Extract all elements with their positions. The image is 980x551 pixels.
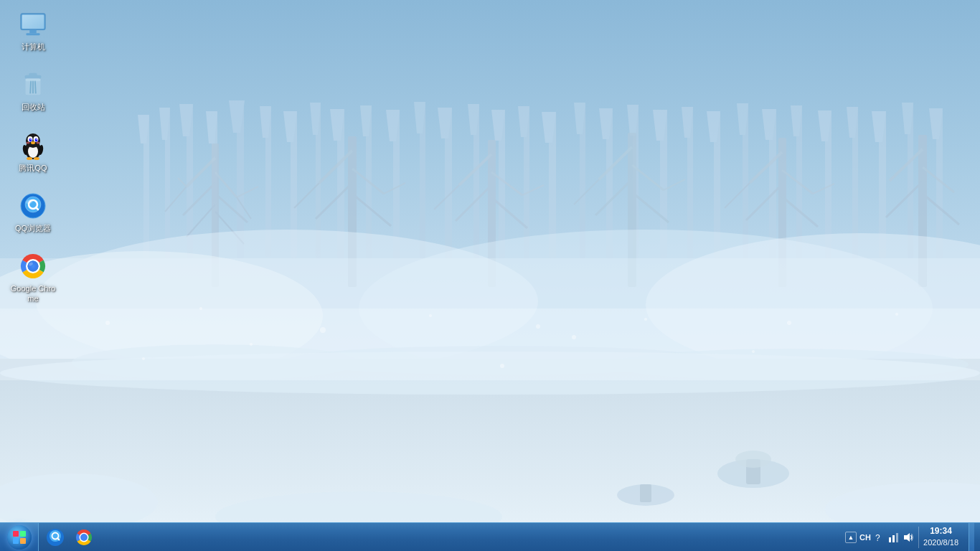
- svg-point-129: [429, 314, 432, 317]
- svg-point-159: [36, 138, 37, 140]
- svg-rect-145: [29, 73, 37, 77]
- recycle-bin-label: 回收站: [22, 102, 45, 112]
- clock-time: 19:34: [930, 525, 952, 537]
- svg-point-131: [644, 318, 647, 321]
- svg-point-164: [34, 157, 39, 160]
- svg-point-126: [105, 321, 110, 325]
- qq-browser-label: QQ浏览器: [15, 223, 51, 233]
- svg-point-137: [500, 364, 504, 368]
- svg-point-134: [250, 343, 253, 346]
- desktop-icons: 计算机 回收站: [7, 7, 59, 307]
- tray-expand-button[interactable]: ▲: [845, 532, 857, 543]
- desktop-icon-qq[interactable]: 腾讯QQ: [7, 128, 59, 176]
- desktop-icon-chrome[interactable]: Google Chrome: [7, 249, 59, 307]
- svg-text:?: ?: [875, 533, 880, 543]
- svg-marker-194: [904, 533, 910, 542]
- svg-point-130: [536, 324, 540, 329]
- svg-point-162: [37, 141, 40, 143]
- desktop: 计算机 回收站: [0, 0, 980, 551]
- svg-point-128: [320, 327, 326, 333]
- svg-point-133: [895, 313, 898, 316]
- svg-point-136: [142, 357, 145, 360]
- tray-icons: ▲ CH ?: [841, 527, 919, 548]
- clock[interactable]: 19:34 2020/8/18: [923, 525, 958, 548]
- start-orb: [7, 525, 32, 550]
- svg-rect-150: [26, 79, 41, 82]
- desktop-icon-computer[interactable]: 计算机: [7, 7, 59, 55]
- taskbar-qq-browser[interactable]: [42, 525, 69, 550]
- svg-rect-192: [892, 535, 895, 542]
- qq-browser-icon: [19, 192, 47, 220]
- svg-point-188: [80, 534, 88, 541]
- svg-point-135: [572, 335, 576, 339]
- svg-point-161: [27, 141, 30, 143]
- svg-point-156: [29, 138, 32, 141]
- svg-line-149: [35, 81, 36, 94]
- svg-line-147: [30, 81, 31, 94]
- svg-point-158: [30, 138, 32, 140]
- qq-icon: [19, 131, 47, 160]
- svg-rect-143: [27, 33, 40, 35]
- tray-volume-icon[interactable]: [903, 532, 914, 543]
- svg-rect-179: [20, 531, 26, 537]
- show-desktop-button[interactable]: [969, 523, 974, 552]
- svg-rect-121: [640, 484, 651, 502]
- computer-icon: [19, 10, 47, 39]
- desktop-icon-qq-browser[interactable]: QQ浏览器: [7, 189, 59, 236]
- qq-label: 腾讯QQ: [19, 163, 47, 173]
- desktop-icon-recycle-bin[interactable]: 回收站: [7, 67, 59, 115]
- svg-point-138: [752, 350, 755, 353]
- svg-point-127: [199, 307, 202, 310]
- svg-point-157: [35, 138, 38, 141]
- computer-icon-label: 计算机: [22, 42, 45, 52]
- svg-rect-125: [0, 309, 980, 380]
- tray-help-icon[interactable]: ?: [874, 532, 885, 543]
- svg-rect-181: [20, 538, 26, 544]
- svg-point-132: [787, 321, 791, 325]
- taskbar-chrome[interactable]: [70, 525, 98, 550]
- svg-rect-191: [889, 537, 891, 542]
- svg-rect-141: [22, 15, 44, 29]
- svg-point-160: [31, 141, 35, 144]
- system-tray: ▲ CH ?: [841, 523, 980, 552]
- svg-rect-142: [29, 30, 37, 34]
- taskbar: ▲ CH ?: [0, 522, 980, 551]
- chrome-icon: [19, 252, 47, 281]
- svg-point-163: [27, 157, 32, 160]
- start-button[interactable]: [0, 523, 39, 552]
- tray-network-icon[interactable]: [888, 532, 900, 543]
- svg-rect-178: [13, 531, 19, 537]
- taskbar-items: [39, 523, 100, 551]
- svg-rect-193: [896, 533, 898, 542]
- chrome-label: Google Chrome: [10, 283, 56, 304]
- tray-keyboard-icon[interactable]: CH: [859, 532, 871, 543]
- svg-point-176: [28, 261, 39, 272]
- svg-point-119: [735, 451, 771, 468]
- svg-rect-180: [13, 538, 19, 544]
- clock-date: 2020/8/18: [923, 537, 958, 548]
- recycle-bin-icon: [19, 70, 47, 99]
